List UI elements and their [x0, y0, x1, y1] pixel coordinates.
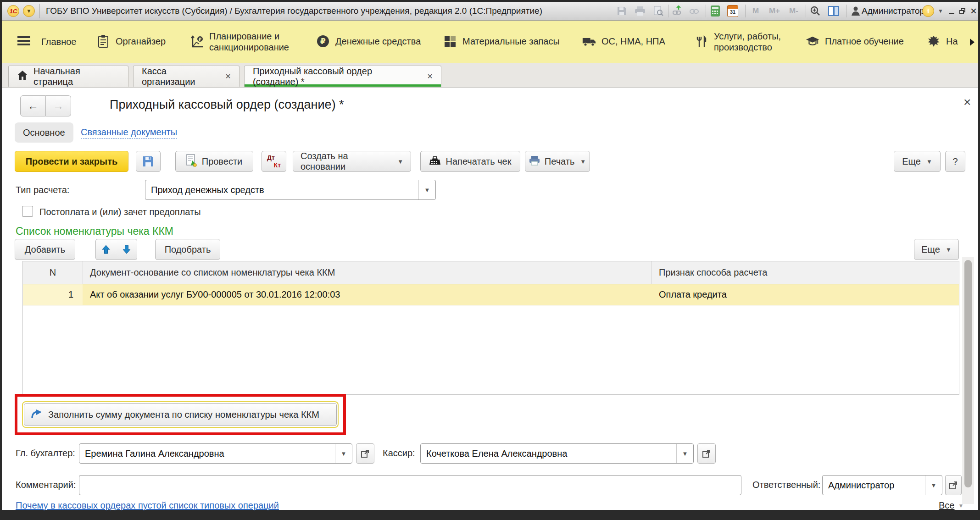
calculator-icon[interactable] [709, 6, 721, 17]
column-header-n[interactable]: N [23, 261, 83, 284]
comment-input[interactable] [79, 475, 741, 495]
memory-minus-button[interactable]: M- [785, 6, 802, 17]
calc-type-label: Тип расчета: [16, 185, 69, 195]
close-form-button[interactable]: × [963, 95, 971, 110]
ribbon-item-cash[interactable]: ₽ Денежные средства [316, 34, 421, 48]
restore-button[interactable] [957, 6, 968, 17]
cashier-open-button[interactable] [697, 443, 716, 464]
vertical-scrollbar[interactable] [963, 257, 974, 504]
related-documents-link[interactable]: Связанные документы [81, 127, 177, 138]
links-icon[interactable] [689, 6, 701, 17]
chief-open-button[interactable] [356, 443, 374, 464]
divider [39, 4, 40, 18]
svg-text:₽: ₽ [320, 37, 326, 46]
zoom-icon[interactable] [809, 6, 821, 17]
calc-type-select[interactable]: Приход денежных средств ▼ [145, 180, 436, 200]
close-tab-icon[interactable]: × [225, 71, 231, 82]
attach-link-icon[interactable] [672, 6, 684, 17]
fill-amount-button[interactable]: Заполнить сумму документа по списку номе… [24, 403, 337, 426]
add-row-button[interactable]: Добавить [15, 239, 75, 260]
kkm-items-table: N Документ-основание со списком номенкла… [22, 261, 959, 395]
ribbon-overflow-icon[interactable] [969, 38, 975, 48]
all-link[interactable]: Все ▼ [939, 500, 963, 511]
print-receipt-button[interactable]: Напечатать чек [420, 151, 520, 172]
ribbon-item-taxes[interactable]: На [927, 34, 958, 48]
chevron-down-icon[interactable]: ▼ [925, 476, 942, 495]
cashier-field[interactable]: Кочеткова Елена Александровна ▼ [420, 443, 694, 464]
hamburger-icon [17, 34, 30, 47]
tab-home[interactable]: Начальная страница [8, 66, 128, 87]
table-row-document[interactable]: Акт об оказании услуг БУ00-000005 от 30.… [83, 284, 651, 305]
chevron-down-icon[interactable]: ▼ [418, 180, 435, 199]
chevron-down-icon[interactable]: ▼ [676, 444, 693, 463]
close-tab-icon[interactable]: × [427, 71, 433, 82]
split-view-icon[interactable] [828, 6, 840, 17]
main-menu-button[interactable] [17, 34, 30, 47]
ribbon-item-organizer[interactable]: Органайзер [96, 34, 166, 48]
eagle-icon [927, 34, 941, 48]
ribbon-item-services[interactable]: Услуги, работы, производство [695, 31, 793, 53]
fill-button-focus-ring: Заполнить сумму документа по списку номе… [22, 401, 339, 428]
table-row-method[interactable]: Оплата кредита [651, 284, 959, 305]
ruble-icon: ₽ [316, 34, 330, 48]
ribbon-item-inventory[interactable]: Материальные запасы [443, 34, 560, 48]
tab-pko-active[interactable]: Приходный кассовый ордер (создание) * × [244, 66, 441, 87]
responsible-open-button[interactable] [945, 475, 962, 495]
home-icon [17, 70, 28, 83]
forward-button[interactable]: → [46, 95, 71, 116]
1c-logo-icon: 1С [7, 5, 19, 17]
print-button[interactable]: Печать▼ [525, 151, 590, 172]
ribbon-item-paid-education[interactable]: Платное обучение [806, 34, 904, 48]
list-more-button[interactable]: Еще▼ [914, 239, 959, 260]
debit-credit-icon: Дт Кт [267, 154, 281, 169]
application-window: 1С ▼ ГОБУ ВПО Университет искусств (Субс… [0, 0, 980, 520]
chevron-down-icon: ▼ [580, 158, 586, 165]
close-window-button[interactable]: × [968, 6, 979, 17]
more-button[interactable]: Еще▼ [894, 151, 941, 172]
truck-icon [582, 34, 596, 48]
memory-recall-button[interactable]: M [749, 6, 763, 17]
ribbon-item-glavnoe[interactable]: Главное [41, 36, 76, 47]
create-based-on-button[interactable]: Создать на основании▼ [293, 151, 411, 172]
info-dropdown-icon[interactable]: ▼ [935, 6, 946, 17]
ribbon-item-planning[interactable]: ₽ Планирование и санкционирование [190, 31, 309, 53]
dt-kt-button[interactable]: Дт Кт [262, 151, 286, 172]
minimize-button[interactable] [946, 6, 957, 17]
save-button[interactable] [136, 151, 161, 172]
arrow-up-icon [102, 245, 110, 254]
print-icon[interactable] [634, 6, 646, 17]
help-button[interactable]: ? [945, 151, 965, 172]
move-up-button[interactable] [95, 239, 117, 260]
responsible-field[interactable]: Администратор ▼ [822, 475, 942, 495]
calendar-icon[interactable]: 31 [727, 6, 739, 17]
ribbon-item-os-nma[interactable]: ОС, НМА, НПА [582, 34, 665, 48]
forward-arrow-icon: → [53, 100, 64, 112]
postpay-checkbox[interactable] [22, 206, 33, 217]
title-bar: 1С ▼ ГОБУ ВПО Университет искусств (Субс… [2, 2, 978, 21]
list-section-title: Список номенклатуры чека ККМ [16, 225, 173, 238]
info-button[interactable]: i [922, 5, 934, 17]
divider [706, 5, 706, 17]
why-empty-operations-link[interactable]: Почему в кассовых ордерах пустой список … [16, 500, 279, 511]
tab-kassa[interactable]: Касса организации × [133, 66, 239, 87]
table-row-n[interactable]: 1 [23, 284, 83, 305]
postpay-checkbox-label[interactable]: Постоплата и (или) зачет предоплаты [39, 207, 201, 217]
preview-icon[interactable] [652, 6, 664, 17]
current-user-label[interactable]: Администратор [862, 6, 924, 16]
move-down-button[interactable] [116, 239, 137, 260]
tools-icon [695, 35, 708, 49]
post-and-close-button[interactable]: Провести и закрыть [15, 151, 128, 172]
tab-osnovnoe[interactable]: Основное [15, 122, 73, 143]
post-button[interactable]: Провести [175, 151, 253, 172]
pick-button[interactable]: Подобрать [155, 239, 220, 260]
chevron-down-icon[interactable]: ▼ [335, 444, 352, 463]
column-header-method[interactable]: Признак способа расчета [651, 261, 959, 284]
back-button[interactable]: ← [20, 95, 46, 116]
save-icon[interactable] [616, 6, 628, 17]
scrollbar-thumb[interactable] [964, 260, 972, 487]
system-menu-button[interactable]: ▼ [23, 5, 35, 17]
column-header-doc[interactable]: Документ-основание со списком номенклату… [83, 261, 651, 284]
open-icon [949, 481, 958, 489]
memory-plus-button[interactable]: M+ [766, 6, 783, 17]
chief-accountant-field[interactable]: Еремина Галина Александровна ▼ [79, 443, 352, 464]
